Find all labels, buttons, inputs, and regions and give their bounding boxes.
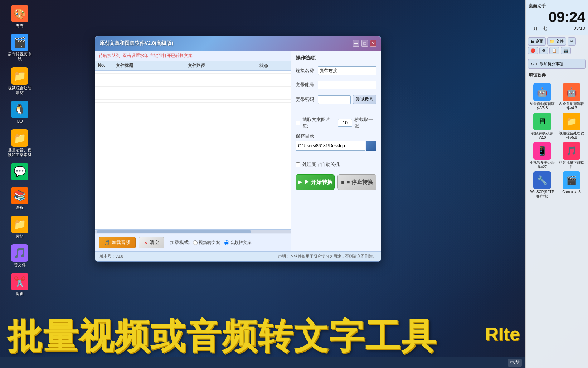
browse-button[interactable]: ... (366, 141, 376, 151)
broadband-account-input[interactable] (318, 81, 376, 89)
broadband-password-input[interactable] (318, 95, 351, 104)
dialog-body: 待转换队列: 双击设置水印 右键可打开已转换文案 No. 文件标题 文件路径 状… (95, 51, 381, 251)
save-dir-row: 保存目录: ... (296, 133, 376, 151)
shutdown-row: 处理完毕自动关机 (296, 161, 376, 168)
screenshot-unit: 秒截取一张 (354, 116, 376, 129)
shutdown-checkbox[interactable] (296, 162, 300, 167)
col-no: No. (98, 63, 116, 69)
settings-title: 操作选项 (296, 55, 376, 61)
add-icon: ⊕ (531, 62, 534, 66)
tool-settings[interactable]: ⚙ (539, 47, 548, 54)
dialog-controls: — □ ✕ (353, 40, 376, 47)
radio-video[interactable] (193, 240, 198, 245)
tool-record[interactable]: 🔴 (528, 47, 538, 54)
table-header: No. 文件标题 文件路径 状态 (95, 61, 291, 71)
maximize-button[interactable]: □ (361, 40, 368, 47)
table-body (95, 71, 291, 229)
sidebar-app-ai43[interactable]: 🤖 AI全自动剪辑软件V4.3 (558, 83, 585, 110)
broadband-account-label: 宽带账号: (296, 82, 316, 88)
table-row (95, 103, 291, 106)
screenshot-label: 截取文案图片 每: (302, 116, 336, 129)
taskbar-lang[interactable]: 中/英 (508, 359, 522, 367)
right-sidebar: 桌面助手 09:24 二月十七 03/10 🖥 桌面 📁 文件 ✂ 🔴 ⚙ 📋 … (525, 0, 588, 368)
stop-convert-button[interactable]: ■ ■ 停止转换 (337, 174, 376, 190)
radio-audio-mode[interactable]: 音频转文案 (224, 240, 252, 246)
sidebar-title: 桌面助手 (529, 3, 585, 9)
test-dial-button[interactable]: 测试拨号 (353, 95, 376, 104)
sidebar-app-ai53[interactable]: 🤖 AI全自动剪辑软件V5.3 (529, 83, 556, 110)
sidebar-item-edit[interactable]: ✂️ 剪辑 (5, 272, 34, 297)
save-dir-label: 保存目录: (296, 133, 376, 139)
broadband-account-row: 宽带账号: (296, 81, 376, 89)
mode-label: 加载模式: (170, 239, 190, 246)
action-buttons: ▶ ▶ 开始转换 ■ ■ 停止转换 (296, 174, 376, 190)
taskbar: 中/英 (0, 357, 525, 368)
sidebar-app-camtasia[interactable]: 🎬 Camtasia S (558, 171, 585, 199)
tool-clipboard[interactable]: 📋 (549, 47, 559, 54)
table-row (95, 80, 291, 83)
screenshot-checkbox[interactable] (296, 121, 300, 125)
dialog-status-bar: 版本号：V2.8 声明：本软件仅用于研究学习之用途，否则请立即删除。 (95, 251, 381, 261)
sidebar-section-edit: 剪辑软件 (526, 71, 588, 80)
table-row (95, 100, 291, 103)
screenshot-row: 截取文案图片 每: 秒截取一张 (296, 116, 376, 129)
add-todo-button[interactable]: ⊕ ⊕ 添加待办事项 (528, 59, 586, 69)
load-audio-button[interactable]: 🎵 加载音频 (99, 237, 136, 248)
broadband-password-row: 宽带密码: 测试拨号 (296, 95, 376, 104)
tool-file[interactable]: 📁 文件 (547, 37, 566, 46)
sidebar-app-video-composite[interactable]: 📁 视频综合处理软件V5.8 (558, 113, 585, 140)
right-panel: 操作选项 连接名称: 宽带账号: 宽带密码: 测试拨号 截取文案图片 每: 秒截… (291, 51, 381, 251)
sidebar-item-batch-audio[interactable]: 📁 批量语音、视频转文案素材 (5, 128, 34, 158)
connection-name-label: 连接名称: (296, 67, 316, 74)
table-row (95, 90, 291, 93)
sidebar-item-video-composite[interactable]: 📁 视频综合处理素材 (5, 66, 34, 96)
sidebar-item-wechat[interactable]: 💬 (5, 162, 34, 183)
tool-screenshot[interactable]: ✂ (568, 37, 576, 46)
queue-header: 待转换队列: 双击设置水印 右键可打开已转换文案 (95, 51, 291, 61)
dialog-title: 原创文章和图集软件V2.8(高级版) (99, 40, 173, 47)
minimize-button[interactable]: — (353, 40, 359, 47)
rite-text: RIte (485, 323, 520, 345)
scrollbar-area[interactable] (95, 229, 291, 234)
start-icon: ▶ (298, 179, 302, 185)
sidebar-item-material[interactable]: 📁 素材 (5, 214, 34, 240)
load-icon: 🎵 (104, 240, 110, 245)
radio-video-mode[interactable]: 视频转文案 (193, 240, 220, 246)
sidebar-item-audio-file[interactable]: 🎵 音文件 (5, 243, 34, 269)
table-row (95, 83, 291, 87)
version-label: 版本号：V2.8 (99, 254, 123, 259)
clear-icon: ✕ (144, 240, 148, 245)
sidebar-app-video-dual[interactable]: 🖥 视频转换双屏V2.0 (529, 113, 556, 140)
table-row (95, 96, 291, 100)
sidebar-item-speech-video[interactable]: 🎬 语音转视频测试 (5, 32, 34, 63)
clear-button[interactable]: ✕ 清空 (139, 237, 164, 248)
sidebar-tools: 🖥 桌面 📁 文件 ✂ 🔴 ⚙ 📋 📷 (526, 35, 588, 57)
sidebar-app-winscp[interactable]: 🔧 WinSCP(SFTP客户端) (529, 171, 556, 199)
sidebar-item-qq[interactable]: 🐧 QQ (5, 99, 34, 125)
connection-name-input[interactable] (318, 66, 376, 75)
divider-1 (296, 111, 376, 111)
radio-audio[interactable] (224, 240, 229, 245)
table-row (95, 74, 291, 77)
interval-input[interactable] (338, 119, 352, 127)
clock-date: 二月十七 03/10 (529, 25, 585, 32)
sidebar-item-course[interactable]: 📚 课程 (5, 186, 34, 211)
save-dir-input[interactable] (296, 141, 365, 151)
table-row (95, 87, 291, 90)
start-convert-button[interactable]: ▶ ▶ 开始转换 (296, 174, 335, 190)
shutdown-label: 处理完毕自动关机 (302, 161, 340, 168)
sidebar-item-xiuxiu[interactable]: 🎨 秀秀 (5, 4, 34, 29)
close-button[interactable]: ✕ (370, 40, 376, 47)
tool-camera[interactable]: 📷 (561, 47, 571, 54)
sidebar-app-douyin[interactable]: 🎵 抖音批量下载软件 (558, 142, 585, 169)
broadband-password-label: 宽带密码: (296, 96, 316, 103)
scrollbar-track (95, 230, 291, 233)
tool-desktop[interactable]: 🖥 桌面 (528, 37, 546, 46)
scrollbar-thumb[interactable] (97, 230, 251, 233)
clock-display: 09:24 二月十七 03/10 (529, 10, 585, 32)
connection-name-row: 连接名称: (296, 66, 376, 75)
col-title: 文件标题 (116, 63, 188, 69)
table-row (95, 77, 291, 80)
sidebar-app-small-video[interactable]: 📱 小视频多平台采集v27 (529, 142, 556, 169)
table-row (95, 93, 291, 96)
